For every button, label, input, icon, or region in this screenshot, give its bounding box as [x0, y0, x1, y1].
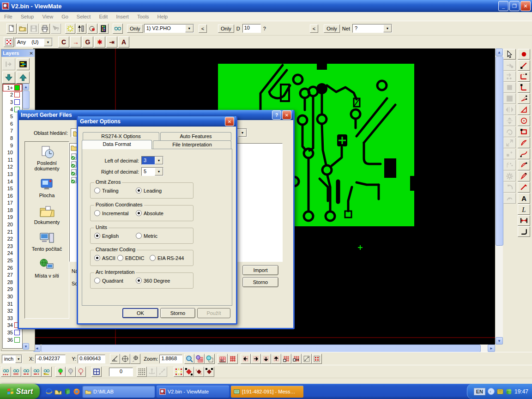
- red-circle-button[interactable]: [87, 24, 97, 34]
- layer-row[interactable]: 1+: [3, 84, 22, 91]
- only-dcode-button[interactable]: Only: [218, 24, 234, 33]
- menu-edit[interactable]: Edit: [95, 13, 112, 20]
- angle-button[interactable]: [110, 354, 120, 364]
- radio-icon[interactable]: [94, 278, 100, 284]
- rotate-tool-button[interactable]: [503, 127, 516, 137]
- import-cancel-button[interactable]: Storno: [242, 277, 278, 287]
- grid-red-button[interactable]: [228, 354, 238, 364]
- layers-scroll-up[interactable]: ▲: [23, 84, 29, 90]
- gerber-dialog-titlebar[interactable]: Gerber Options ✕: [78, 116, 236, 127]
- draw-polyline-tool-button[interactable]: [518, 71, 530, 82]
- draw-line-tool-button[interactable]: [518, 60, 530, 71]
- zoom-grid-button[interactable]: [194, 354, 205, 364]
- only-layer-button[interactable]: Only: [127, 24, 143, 33]
- aperture-filter-button[interactable]: [4, 37, 14, 47]
- layer-row[interactable]: 2: [3, 91, 22, 99]
- hscroll-thumb[interactable]: [41, 345, 481, 352]
- radio-metric[interactable]: Metric: [136, 233, 157, 239]
- radio-icon[interactable]: [94, 187, 100, 193]
- zoom-value[interactable]: 1.8868: [159, 355, 182, 363]
- layer-combo-dropdown-icon[interactable]: ▼: [185, 24, 193, 32]
- menu-tools[interactable]: Tools: [133, 13, 153, 20]
- tab-rs274x-options[interactable]: RS274-X Options: [83, 132, 159, 140]
- import-close-button[interactable]: ✕: [282, 110, 291, 120]
- radio-icon[interactable]: [136, 210, 142, 216]
- place-recent[interactable]: Poslední dokumenty: [25, 145, 69, 171]
- film-button[interactable]: [98, 24, 109, 34]
- layer-row[interactable]: 35: [3, 329, 22, 336]
- view-fill-button[interactable]: [42, 367, 52, 377]
- radio-360-degree[interactable]: 360 Degree: [136, 278, 170, 284]
- draw-curve-tool-button[interactable]: [518, 149, 530, 159]
- tab-auto-features[interactable]: Auto Features: [160, 132, 231, 140]
- rel-origin-button[interactable]: [130, 354, 140, 364]
- save-button[interactable]: [29, 24, 39, 34]
- taskbar-task-1[interactable]: V2.bin - ViewMate: [157, 386, 229, 398]
- place-network[interactable]: Místa v síti: [25, 258, 69, 278]
- layer-color-swatch[interactable]: [14, 337, 20, 343]
- radio-absolute[interactable]: Absolute: [136, 210, 163, 216]
- draw-circle-tool-button[interactable]: [518, 115, 530, 126]
- menu-insert[interactable]: Insert: [112, 13, 133, 20]
- draw-arc-angle-tool-button[interactable]: [518, 93, 530, 104]
- view-polygons-button[interactable]: [21, 367, 31, 377]
- radio-icon[interactable]: [136, 278, 142, 284]
- scroll-down-button[interactable]: ▼: [496, 337, 503, 345]
- square2-tool-button[interactable]: [503, 93, 516, 104]
- draw-text-tool-button[interactable]: A: [518, 193, 530, 204]
- draw-sketch-tool-button[interactable]: [518, 182, 530, 193]
- radio-icon[interactable]: [150, 255, 156, 261]
- draw-pad-tool-button[interactable]: [518, 49, 530, 60]
- settings-gear-tool-button[interactable]: [503, 171, 516, 181]
- flash-mode-button[interactable]: [174, 367, 184, 377]
- radio-icon[interactable]: [94, 233, 100, 239]
- undo-arc-tool-button[interactable]: [503, 182, 516, 193]
- pointer-tool-button[interactable]: [503, 49, 516, 60]
- dcode-star-button[interactable]: ✱: [94, 36, 105, 48]
- layers-close-icon[interactable]: ✕: [30, 51, 33, 56]
- net-combo-dropdown-icon[interactable]: ▼: [383, 24, 392, 32]
- pan-down-button[interactable]: [261, 354, 271, 364]
- place-computer[interactable]: Tento počítač: [25, 231, 69, 252]
- pad-mode3-button[interactable]: [204, 367, 214, 377]
- move-items-tool-button[interactable]: [503, 71, 516, 82]
- resize-sel-button[interactable]: [302, 354, 312, 364]
- pan-left-button[interactable]: [241, 354, 251, 364]
- tray-clover-icon[interactable]: [506, 388, 512, 395]
- layers-scroll-down[interactable]: ▼: [23, 343, 29, 350]
- menu-go[interactable]: Go: [57, 13, 73, 20]
- aperture-type-combo[interactable]: Any (U)▼: [15, 38, 53, 47]
- radio-icon[interactable]: [136, 187, 142, 193]
- right-of-decimal-dropdown-icon[interactable]: ▼: [155, 168, 163, 175]
- tray-note-icon[interactable]: [497, 388, 503, 394]
- dot-grid-button[interactable]: [137, 367, 147, 377]
- language-indicator[interactable]: EN: [474, 388, 485, 395]
- quicklaunch-green-book-icon[interactable]: [64, 388, 71, 395]
- draw-pen-tool-button[interactable]: [518, 171, 530, 181]
- highlight-on-button[interactable]: [55, 367, 66, 377]
- view-lines-button[interactable]: [31, 367, 42, 377]
- view-pads-button[interactable]: [1, 367, 11, 377]
- menu-file[interactable]: File: [0, 13, 17, 20]
- layer-row[interactable]: 36: [3, 336, 22, 344]
- vscroll-thumb[interactable]: [496, 56, 503, 246]
- print-button[interactable]: [40, 24, 50, 34]
- radio-trailing[interactable]: Trailing: [94, 187, 119, 193]
- draw-corner-tool-button[interactable]: [518, 82, 530, 93]
- cancel-button[interactable]: Storno: [160, 308, 195, 318]
- layers-panel-titlebar[interactable]: Layers ✕: [1, 49, 35, 57]
- draw-triangle-tool-button[interactable]: [518, 104, 530, 115]
- pad-mode-button[interactable]: [184, 367, 194, 377]
- pan-up-button[interactable]: [271, 354, 281, 364]
- quicklaunch-ie-icon[interactable]: [45, 388, 53, 395]
- mirror-h-tool-button[interactable]: [503, 115, 516, 126]
- unit-combo[interactable]: inch▼: [2, 355, 22, 363]
- zoom-select-button[interactable]: [205, 354, 215, 364]
- draw-chord-tool-button[interactable]: [518, 160, 530, 170]
- view-traces-button[interactable]: [11, 367, 21, 377]
- move-points-button[interactable]: [157, 367, 167, 377]
- move-item-tool-button[interactable]: [503, 60, 516, 71]
- radio-quadrant[interactable]: Quadrant: [94, 278, 123, 284]
- radio-incremental[interactable]: Incremental: [94, 210, 128, 216]
- draw-dimension-tool-button[interactable]: [518, 215, 530, 226]
